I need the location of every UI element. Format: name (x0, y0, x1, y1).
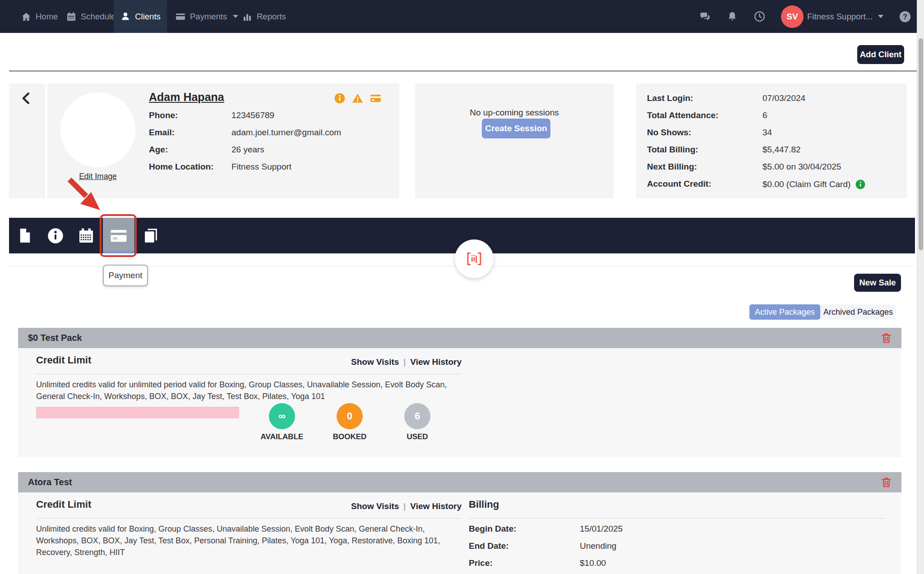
tab-archived-packages[interactable]: Archived Packages (820, 304, 896, 320)
nav-item-label: Home (36, 12, 58, 22)
avatar: SV (781, 5, 804, 28)
nav-item-clients[interactable]: Clients (114, 0, 167, 33)
package-description: Unlimited credits valid for Boxing, Grou… (36, 523, 465, 558)
stat-value: 34 (762, 128, 772, 138)
packages-content: New Sale Active Packages Archived Packag… (9, 266, 915, 574)
nav-right-cluster: SV Fitness Support... ? (699, 0, 911, 33)
package-body: Credit Limit Show Visits|View History Un… (18, 348, 901, 457)
info-circle-icon (46, 227, 65, 245)
create-session-button[interactable]: Create Session (482, 119, 550, 138)
trash-icon[interactable] (880, 332, 892, 344)
card-icon (175, 11, 186, 22)
tab-info[interactable] (40, 218, 71, 253)
used-count: 6 (404, 403, 430, 429)
edit-image-link[interactable]: Edit Image (60, 172, 135, 181)
stat-label: Account Credit: (647, 179, 711, 189)
view-history-link[interactable]: View History (410, 357, 462, 367)
booked-badge: 0 BOOKED (328, 403, 371, 441)
nav-item-schedule[interactable]: Schedule (66, 0, 116, 33)
clock-icon[interactable] (753, 10, 766, 23)
nav-item-reports[interactable]: Reports (242, 0, 286, 33)
file-icon (17, 227, 33, 244)
chevron-down-icon (233, 15, 238, 18)
package-links: Show Visits|View History (271, 357, 462, 367)
chevron-down-icon (878, 15, 883, 18)
billing-label: Begin Date: (469, 524, 517, 534)
nav-item-home[interactable]: Home (21, 0, 58, 33)
booked-label: BOOKED (328, 432, 371, 441)
field-label: Email: (149, 128, 175, 138)
used-badge: 6 USED (396, 403, 439, 441)
tab-documents[interactable] (9, 218, 41, 253)
barcode-scan-button[interactable] (455, 239, 494, 278)
chevron-left-icon[interactable] (20, 92, 33, 105)
package-title: Atora Test (28, 477, 72, 487)
package-links: Show Visits|View History (271, 501, 462, 511)
account-menu[interactable]: SV Fitness Support... (781, 5, 883, 28)
add-client-button[interactable]: Add Client (857, 45, 904, 64)
nav-item-payments[interactable]: Payments (175, 0, 238, 33)
tab-active-packages[interactable]: Active Packages (749, 304, 820, 320)
info-flag-icon[interactable] (334, 92, 346, 104)
stat-value: $0.00 (Claim Gift Card) (762, 179, 866, 190)
app-screen: Home Schedule Clients Payments Reports S… (0, 0, 924, 574)
field-value: adam.joel.turner@gmail.com (231, 128, 341, 138)
svg-text:?: ? (903, 13, 907, 20)
client-name-link[interactable]: Adam Hapana (149, 91, 224, 104)
show-visits-link[interactable]: Show Visits (351, 357, 399, 367)
package-header: Atora Test (18, 472, 901, 492)
credit-progress-bar (36, 407, 239, 418)
view-history-link[interactable]: View History (410, 501, 462, 511)
page-scrollbar (917, 0, 924, 574)
package-body: Credit Limit Show Visits|View History Un… (18, 492, 901, 574)
nav-item-label: Schedule (81, 12, 116, 22)
client-avatar (60, 92, 135, 167)
tab-payment[interactable] (103, 218, 134, 253)
package-header: $0 Test Pack (18, 328, 901, 348)
trash-icon[interactable] (880, 476, 892, 488)
used-label: USED (396, 432, 439, 441)
card-flag-icon[interactable] (370, 92, 382, 104)
gift-card-info-icon[interactable] (855, 179, 866, 190)
no-sessions-message: No up-coming sessions (415, 108, 614, 118)
new-sale-button[interactable]: New Sale (854, 274, 901, 292)
show-visits-link[interactable]: Show Visits (351, 501, 399, 511)
nav-item-label: Payments (190, 12, 227, 22)
tab-packages[interactable] (134, 218, 166, 253)
link-separator: | (403, 501, 406, 511)
stat-row: Total Attendance:6 (636, 110, 907, 128)
bell-icon[interactable] (726, 11, 738, 23)
chat-icon[interactable] (699, 10, 711, 23)
field-value: 26 years (231, 145, 264, 155)
stat-label: Next Billing: (647, 162, 697, 172)
stat-label: No Shows: (647, 128, 691, 138)
back-panel (9, 83, 45, 198)
warning-flag-icon[interactable] (351, 92, 364, 104)
field-value: Fitness Support (231, 162, 291, 172)
section-divider (36, 374, 462, 374)
home-icon (21, 11, 32, 22)
stat-value: 6 (762, 110, 767, 120)
billing-divider (469, 518, 885, 519)
stat-label: Total Attendance: (647, 110, 718, 120)
billing-title: Billing (469, 499, 499, 510)
billing-value: 15/01/2025 (580, 524, 623, 534)
stat-row: Total Billing:$5,447.82 (636, 145, 907, 162)
booked-count: 0 (337, 403, 363, 429)
nav-item-label: Clients (135, 12, 161, 22)
credit-card-icon (109, 226, 128, 245)
field-value: 123456789 (231, 110, 274, 120)
calendar-icon (77, 227, 95, 245)
scrollbar-thumb[interactable] (919, 38, 923, 250)
tab-schedule[interactable] (70, 218, 102, 253)
person-icon (120, 11, 131, 22)
sessions-panel: No up-coming sessions Create Session (415, 83, 614, 198)
barcode-icon (465, 249, 484, 268)
field-label: Phone: (149, 110, 178, 120)
credit-limit-title: Credit Limit (36, 499, 91, 510)
bar-chart-icon (242, 11, 253, 22)
stat-row: Account Credit: $0.00 (Claim Gift Card) (636, 179, 907, 196)
package-description: Unlimited credits valid for unlimited pe… (36, 379, 465, 402)
help-icon[interactable]: ? (899, 10, 911, 23)
section-divider (36, 518, 462, 519)
